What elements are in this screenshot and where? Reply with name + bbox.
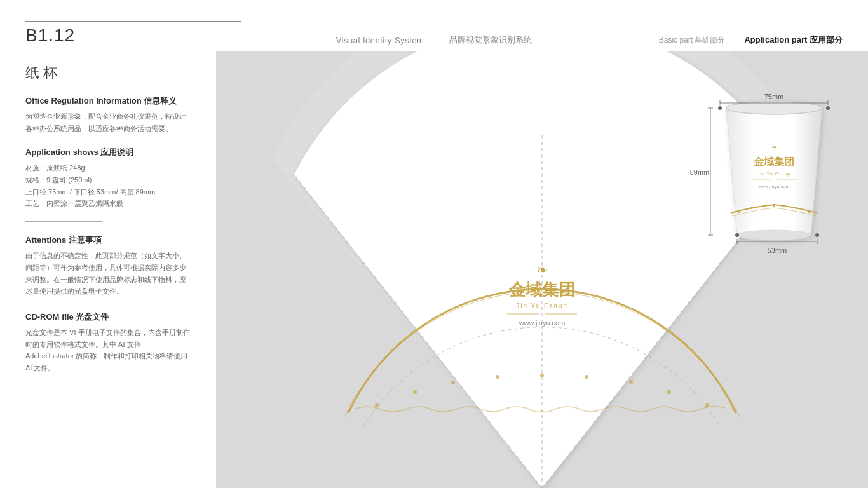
right-panel: ❧ 金域集团 Jin Yu Group www.jinyu.com: [216, 51, 868, 488]
header-left: B1.12: [25, 21, 241, 46]
svg-text:Jin Yu Group: Jin Yu Group: [757, 172, 790, 177]
attention-heading: Attentions 注意事項: [25, 234, 191, 246]
svg-point-22: [750, 207, 753, 209]
attention-text: 由于信息的不确定性，此页部分规范（如文字大小、间距等）可作为参考使用，具体可根据…: [25, 250, 191, 297]
app-line-4: 工艺：内壁涂一层聚乙烯隔水膜: [25, 198, 191, 210]
page-code: B1.12: [25, 25, 75, 45]
header: B1.12 Visual Identity System 品牌视觉形象识别系统 …: [0, 0, 868, 51]
app-part-label: Application part 应用部分: [744, 34, 843, 46]
svg-point-5: [451, 381, 455, 384]
svg-text:89mm: 89mm: [690, 168, 710, 176]
svg-text:53mm: 53mm: [768, 247, 787, 254]
header-right: Basic part 基础部分 Application part 应用部分: [627, 30, 843, 46]
svg-text:金域集团: 金域集团: [753, 156, 794, 167]
basic-part-label: Basic part 基础部分: [659, 35, 726, 46]
svg-point-9: [629, 380, 633, 384]
svg-text:www.jinyu.com: www.jinyu.com: [519, 319, 566, 327]
svg-point-47: [826, 106, 830, 110]
svg-point-27: [808, 210, 810, 213]
svg-text:75mm: 75mm: [764, 93, 784, 100]
svg-point-3: [375, 403, 379, 407]
svg-point-49: [815, 233, 819, 237]
svg-point-26: [795, 207, 797, 209]
vis-system-label: Visual Identity System: [336, 36, 424, 45]
svg-point-8: [585, 375, 588, 379]
app-line-2: 规格：9 盎司 (250ml): [25, 174, 191, 186]
svg-point-48: [735, 233, 739, 237]
section-title: 纸 杯: [25, 64, 191, 83]
svg-point-10: [667, 390, 671, 394]
diagram-svg: ❧ 金域集团 Jin Yu Group www.jinyu.com: [216, 51, 868, 488]
brand-chinese-label: 品牌视觉形象识别系统: [449, 34, 532, 46]
app-line-3: 上口径 75mm / 下口径 53mm/ 高度 89mm: [25, 186, 191, 198]
svg-text:Jin Yu Group: Jin Yu Group: [516, 302, 568, 309]
office-heading: Office Regulation Information 信息释义: [25, 95, 191, 107]
svg-point-21: [738, 210, 740, 213]
cdrom-text: 光盘文件是本 VI 手册电子文件的集合，内含手册制作时的专用软件格式文件。其中 …: [25, 327, 191, 374]
header-center: Visual Identity System 品牌视觉形象识别系统: [241, 30, 627, 46]
app-lines: 材质：原浆纸 248g 规格：9 盎司 (250ml) 上口径 75mm / 下…: [25, 162, 191, 210]
svg-point-46: [718, 106, 722, 110]
svg-point-7: [540, 374, 544, 377]
cdrom-heading: CD-ROM file 光盘文件: [25, 311, 191, 323]
divider-1: [25, 221, 102, 222]
svg-point-6: [496, 375, 499, 379]
svg-point-23: [763, 205, 766, 207]
svg-point-25: [782, 205, 785, 207]
svg-point-24: [773, 204, 775, 207]
svg-point-4: [413, 390, 417, 394]
office-text: 为塑造企业新形象，配合企业商务礼仪规范，特设计各种办公系统用品，以适应各种商务活…: [25, 111, 191, 134]
svg-text:www.jinyu.com: www.jinyu.com: [757, 184, 790, 189]
left-panel: 纸 杯 Office Regulation Information 信息释义 为…: [0, 51, 216, 488]
main-content: 纸 杯 Office Regulation Information 信息释义 为…: [0, 51, 868, 488]
svg-text:❧: ❧: [536, 262, 548, 278]
svg-text:❧: ❧: [771, 143, 777, 151]
svg-text:金域集团: 金域集团: [508, 281, 575, 299]
svg-point-19: [737, 230, 811, 240]
app-heading: Application shows 应用说明: [25, 147, 191, 158]
app-line-1: 材质：原浆纸 248g: [25, 162, 191, 174]
